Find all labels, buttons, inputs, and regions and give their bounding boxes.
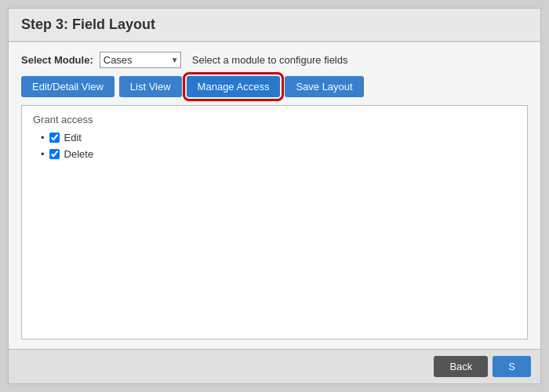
- delete-label: Delete: [64, 148, 94, 160]
- manage-access-button[interactable]: Manage Access: [187, 76, 281, 97]
- module-select[interactable]: Cases Contacts Accounts Leads Opportunit…: [100, 52, 181, 68]
- footer-row: Back S: [9, 349, 540, 383]
- access-list: • Edit • Delete: [33, 132, 516, 160]
- edit-checkbox[interactable]: [49, 132, 60, 143]
- bullet-icon: •: [41, 132, 45, 143]
- content-area: Select Module: Cases Contacts Accounts L…: [9, 42, 540, 349]
- save-layout-button[interactable]: Save Layout: [285, 76, 363, 97]
- grant-access-title: Grant access: [33, 114, 516, 125]
- button-row: Edit/Detail View List View Manage Access…: [21, 76, 528, 97]
- back-button[interactable]: Back: [434, 356, 488, 377]
- module-label: Select Module:: [21, 54, 93, 66]
- bullet-icon: •: [41, 148, 45, 160]
- page-title: Step 3: Field Layout: [21, 16, 155, 32]
- list-view-button[interactable]: List View: [119, 76, 182, 97]
- list-item: • Edit: [41, 132, 516, 143]
- module-row: Select Module: Cases Contacts Accounts L…: [21, 52, 528, 68]
- page-header: Step 3: Field Layout: [9, 9, 540, 42]
- delete-checkbox[interactable]: [49, 149, 60, 159]
- save-button[interactable]: S: [493, 356, 531, 377]
- list-item: • Delete: [41, 148, 516, 160]
- module-select-wrapper[interactable]: Cases Contacts Accounts Leads Opportunit…: [100, 52, 181, 68]
- grant-access-box: Grant access • Edit • Delete: [21, 105, 528, 339]
- module-hint: Select a module to configure fields: [192, 54, 348, 66]
- edit-detail-view-button[interactable]: Edit/Detail View: [21, 76, 115, 97]
- edit-label: Edit: [64, 132, 82, 143]
- main-container: Step 3: Field Layout Select Module: Case…: [8, 8, 541, 384]
